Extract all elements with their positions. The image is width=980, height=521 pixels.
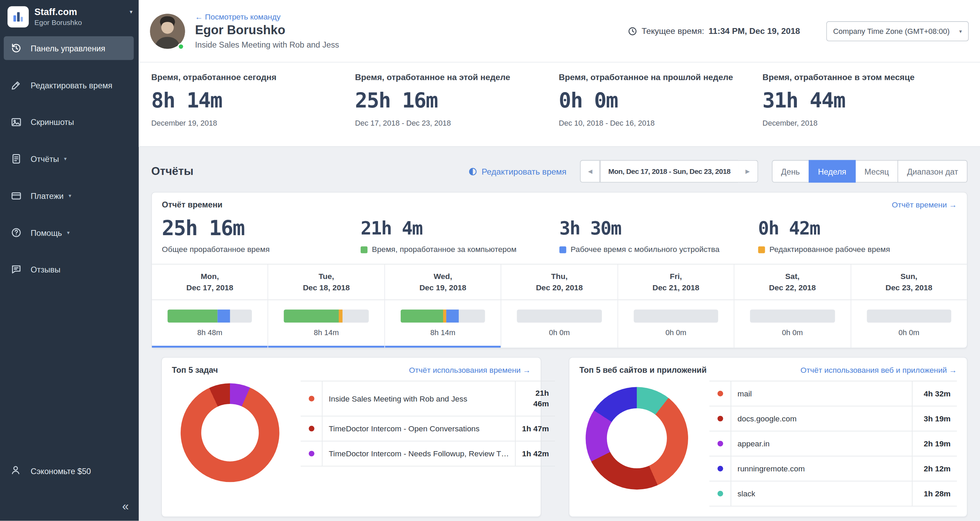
reports-section-title: Отчёты [151, 165, 193, 178]
current-time-value: 11:34 PM, Dec 19, 2018 [709, 26, 800, 36]
sidebar-item-dashboard[interactable]: Панель управления [4, 36, 134, 60]
time-report-link[interactable]: Отчёт времени → [892, 200, 957, 209]
view-team-link[interactable]: ← Посмотреть команду [195, 13, 339, 22]
edited-legend-swatch [758, 246, 765, 253]
site-time: 4h 32m [912, 381, 957, 406]
day-time-bar [168, 309, 252, 322]
clock-half-icon [468, 167, 477, 176]
day-column-sat[interactable]: Sat,Dec 22, 2018 0h 0m [734, 264, 851, 348]
series-color-dot [717, 391, 723, 397]
stat-period: December 19, 2018 [151, 119, 355, 128]
tasks-donut-chart [181, 383, 280, 482]
account-switcher[interactable]: Staff.com Egor Borushko ▾ [0, 0, 138, 27]
sidebar-item-label: Отчёты [31, 154, 59, 163]
collapse-sidebar-button[interactable]: « [122, 499, 129, 513]
series-color-dot [717, 416, 723, 421]
day-total: 0h 0m [750, 328, 835, 337]
timezone-select[interactable]: Company Time Zone (GMT+08:00) ▾ [826, 21, 969, 41]
task-label: Inside Sales Meeting with Rob and Jess [329, 394, 468, 403]
day-date: Dec 20, 2018 [501, 282, 617, 293]
person-icon [10, 465, 22, 477]
summary-computer: 21h 4m Время, проработанное за компьютер… [361, 217, 560, 254]
day-date: Dec 22, 2018 [734, 282, 850, 293]
main-content: ← Посмотреть команду Egor Borushko Insid… [138, 0, 980, 521]
sidebar-item-payments[interactable]: Платежи ▾ [4, 184, 134, 207]
sidebar-item-help[interactable]: Помощь ▾ [4, 221, 134, 244]
summary-edited: 0h 42m Редактированное рабочее время [758, 217, 957, 254]
day-time-bar [867, 309, 951, 322]
summary-mobile: 3h 30m Рабочее время с мобильного устрой… [560, 217, 758, 254]
stat-period: December, 2018 [762, 119, 966, 128]
day-time-bar [401, 309, 485, 322]
site-label: slack [737, 489, 755, 498]
next-week-button[interactable]: ▶ [738, 160, 758, 183]
staff-dashboard: Staff.com Egor Borushko ▾ Панель управле… [0, 0, 980, 521]
summary-label: Редактированное рабочее время [769, 245, 890, 254]
task-label: TimeDoctor Intercom - Needs Followup, Re… [329, 449, 509, 458]
site-time: 2h 12m [912, 456, 957, 481]
sidebar-item-edit-time[interactable]: Редактировать время [4, 73, 134, 97]
avatar[interactable] [150, 13, 185, 48]
day-column-sun[interactable]: Sun,Dec 23, 2018 0h 0m [851, 264, 967, 348]
week-bar-chart: Mon,Dec 17, 2018 8h 48m Tue,Dec 18, 2018… [152, 264, 967, 348]
sidebar-item-feedback[interactable]: Отзывы [4, 258, 134, 281]
chevron-down-icon: ▾ [64, 156, 67, 162]
sidebar-item-reports[interactable]: Отчёты ▾ [4, 147, 134, 170]
prev-week-button[interactable]: ◀ [580, 160, 600, 183]
edit-time-icon [10, 79, 22, 91]
stat-period: Dec 10, 2018 - Dec 16, 2018 [559, 119, 762, 128]
donut-hole [201, 404, 259, 461]
summary-value: 21h 4m [361, 217, 560, 240]
current-time: Текущее время: 11:34 PM, Dec 19, 2018 [627, 26, 800, 36]
sidebar-item-label: Скриншоты [31, 117, 74, 126]
day-column-thu[interactable]: Thu,Dec 20, 2018 0h 0m [501, 264, 618, 348]
time-use-report-link[interactable]: Отчёт использования времени → [409, 366, 531, 374]
site-row: docs.google.com 3h 19m [710, 406, 957, 431]
web-app-report-link[interactable]: Отчёт использования веб и приложений → [800, 366, 957, 374]
summary-label: Рабочее время с мобильного устройства [571, 245, 720, 254]
sites-table: mail 4h 32m docs.google.com 3h 19m appea… [710, 381, 957, 506]
day-time-bar [750, 309, 835, 322]
day-column-fri[interactable]: Fri,Dec 21, 2018 0h 0m [618, 264, 735, 348]
day-total: 8h 48m [168, 328, 252, 337]
day-total: 0h 0m [634, 328, 718, 337]
day-column-mon[interactable]: Mon,Dec 17, 2018 8h 48m [152, 264, 269, 348]
sidebar-item-label: Платежи [31, 191, 64, 200]
task-time: 21h 46m [515, 381, 555, 416]
day-total: 0h 0m [517, 328, 601, 337]
view-switcher: День Неделя Месяц Диапазон дат [772, 160, 967, 183]
edit-time-link[interactable]: Редактировать время [468, 167, 566, 176]
sidebar-item-screenshots[interactable]: Скриншоты [4, 110, 134, 134]
site-row: runningremote.com 2h 12m [710, 456, 957, 481]
view-button-month[interactable]: Месяц [855, 160, 898, 183]
site-row: appear.in 2h 19m [710, 431, 957, 456]
day-name: Tue, [268, 271, 384, 282]
summary-value: 25h 16m [162, 217, 361, 240]
current-task-label: Inside Sales Meeting with Rob and Jess [195, 40, 339, 49]
day-total: 0h 0m [867, 328, 951, 337]
chevron-down-icon[interactable]: ▾ [130, 9, 132, 15]
series-color-dot [308, 396, 314, 401]
sidebar: Staff.com Egor Borushko ▾ Панель управле… [0, 0, 138, 521]
save-offer-link[interactable]: Сэкономьте $50 [0, 460, 138, 482]
date-range-display[interactable]: Mon, Dec 17, 2018 - Sun, Dec 23, 2018 [600, 160, 738, 183]
site-time: 1h 28m [912, 481, 957, 506]
sidebar-menu: Панель управления Редактировать время Ск… [0, 36, 138, 281]
page-user-name: Egor Borushko [195, 23, 339, 38]
series-color-dot [717, 466, 723, 472]
day-column-tue[interactable]: Tue,Dec 18, 2018 8h 14m [268, 264, 385, 348]
payments-icon [10, 189, 22, 202]
user-header: ← Посмотреть команду Egor Borushko Insid… [138, 0, 980, 63]
time-report-title: Отчёт времени [162, 200, 223, 209]
site-label: runningremote.com [737, 464, 805, 473]
view-button-day[interactable]: День [772, 160, 809, 183]
stat-value: 8h 14m [151, 88, 355, 113]
sites-donut-chart [585, 387, 688, 490]
stat-title: Время, отработанное сегодня [151, 73, 355, 82]
site-time: 2h 19m [912, 431, 957, 456]
day-date: Dec 18, 2018 [268, 282, 384, 293]
series-color-dot [717, 441, 723, 446]
day-column-wed[interactable]: Wed,Dec 19, 2018 8h 14m [385, 264, 502, 348]
view-button-week[interactable]: Неделя [808, 160, 856, 183]
view-button-range[interactable]: Диапазон дат [897, 160, 967, 183]
